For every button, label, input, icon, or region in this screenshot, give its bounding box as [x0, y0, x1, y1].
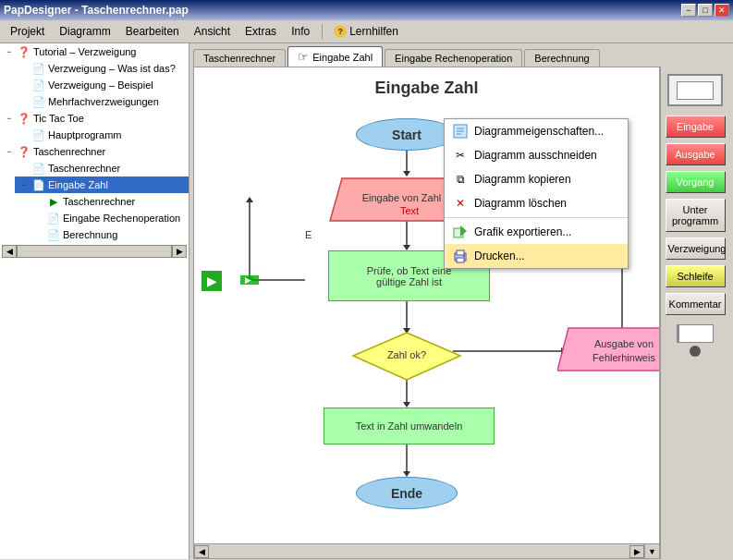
bere-label: Berechnung: [61, 229, 117, 240]
maximize-button[interactable]: □: [698, 4, 713, 17]
svg-marker-16: [246, 197, 253, 202]
sidebar-item-taschenrechner-root[interactable]: − ❓ Taschenrechner: [0, 143, 189, 160]
tab-berechnung[interactable]: Berechnung: [524, 49, 599, 67]
sidebar-scroll-right[interactable]: ▶: [172, 245, 187, 258]
ero-icon: 📄: [46, 211, 61, 225]
flow-umwandeln[interactable]: Text in Zahl umwandeln: [324, 408, 495, 444]
sidebar-item-berechnung[interactable]: 📄 Berechnung: [30, 226, 189, 243]
print-svg: [453, 249, 468, 263]
tab-eingabe-rechenop[interactable]: Eingabe Rechenoperation: [385, 49, 522, 67]
ez-label: Eingabe Zahl: [46, 179, 108, 190]
bsp-icon: 📄: [31, 78, 46, 92]
props-svg: [453, 124, 468, 139]
tutorial-icon: ❓: [17, 44, 31, 59]
minimize-button[interactable]: −: [681, 4, 696, 17]
sidebar-item-taschenrechner[interactable]: 📄 Taschenrechner: [15, 160, 189, 177]
ctx-ausschneiden[interactable]: ✂ Diagramm ausschneiden: [445, 143, 628, 167]
sidebar-item-tictactoe[interactable]: − ❓ Tic Tac Toe: [0, 110, 189, 127]
tr3-icon: ▶: [46, 194, 61, 209]
expand-ttt[interactable]: −: [2, 111, 17, 126]
flow-ende[interactable]: Ende: [356, 477, 458, 509]
sidebar-item-mehrfach[interactable]: 📄 Mehrfachverzweigungen: [15, 93, 189, 110]
menu-diagramm[interactable]: Diagramm: [53, 22, 116, 41]
tr-icon: ❓: [17, 144, 31, 159]
menu-bearbeiten[interactable]: Bearbeiten: [119, 22, 186, 41]
ctx-label-2: Diagramm kopieren: [474, 173, 571, 186]
vorgang-button[interactable]: Vorgang: [666, 171, 726, 193]
sidebar-item-beispiel[interactable]: 📄 Verzweigung – Beispiel: [15, 77, 189, 93]
ausgabe-svg: Ausgabe von Fehlerhinweis: [557, 326, 660, 372]
sidebar-scroll-left[interactable]: ◀: [2, 245, 17, 258]
h-scrollbar-track[interactable]: [209, 546, 629, 557]
sidebar-item-eingabe-zahl[interactable]: − 📄 Eingabe Zahl: [15, 177, 189, 193]
menu-extras[interactable]: Extras: [238, 22, 283, 41]
menu-projekt[interactable]: Projekt: [4, 22, 51, 41]
sidebar-item-taschenrechner3[interactable]: ▶ Taschenrechner: [30, 193, 189, 210]
unterprogramm-button[interactable]: Unter programm: [666, 199, 726, 232]
scroll-corner: ▼: [644, 544, 659, 559]
sidebar-scroll: ◀ ▶: [0, 243, 189, 260]
scroll-left-btn[interactable]: ◀: [194, 545, 209, 558]
ctx-grafik-exportieren[interactable]: Grafik exportieren...: [445, 220, 628, 244]
bottom-scrollbar: ◀ ▶ ▼: [194, 543, 659, 558]
svg-text:Fehlerhinweis: Fehlerhinweis: [593, 352, 655, 363]
bsp-label: Verzweigung – Beispiel: [46, 79, 153, 91]
sidebar-item-tutorial[interactable]: − ❓ Tutorial – Verzweigung: [0, 43, 189, 60]
umwandeln-text: Text in Zahl umwandeln: [356, 420, 463, 432]
sidebar-scrollbar[interactable]: [17, 245, 172, 258]
expand-tr3: [31, 194, 46, 209]
tab-eingabe-zahl[interactable]: ☞ Eingabe Zahl: [287, 46, 383, 67]
mehrfach-icon: 📄: [31, 94, 46, 109]
expand-bsp: [17, 78, 31, 92]
svg-marker-18: [246, 277, 253, 283]
verzweigung-button[interactable]: Verzweigung: [666, 237, 726, 260]
expand-tutorial[interactable]: −: [2, 44, 17, 59]
e-label: E: [305, 229, 312, 240]
title-bar: PapDesigner - Taschenrechner.pap − □ ✕: [0, 0, 733, 20]
ctx-diagramm-eigenschaften[interactable]: Diagrammeigenschaften...: [445, 119, 628, 143]
sidebar-item-eingabe-rechenop[interactable]: 📄 Eingabe Rechenoperation: [30, 210, 189, 226]
mehrfach-label: Mehrfachverzweigungen: [46, 96, 159, 107]
flow-ausgabe[interactable]: Ausgabe von Fehlerhinweis: [557, 326, 660, 372]
expand-ez[interactable]: −: [17, 177, 31, 192]
tab-label-eingabe-zahl: Eingabe Zahl: [312, 52, 373, 63]
svg-rect-37: [457, 258, 464, 262]
flow-diamond[interactable]: Zahl ok?: [351, 331, 462, 382]
menu-ansicht[interactable]: Ansicht: [188, 22, 237, 41]
eingabe-button[interactable]: Eingabe: [666, 116, 726, 138]
ctx-kopieren[interactable]: ⧉ Diagramm kopieren: [445, 167, 628, 191]
expand-haupt: [17, 128, 31, 142]
expand-tr[interactable]: −: [2, 144, 17, 159]
menu-bar: Projekt Diagramm Bearbeiten Ansicht Extr…: [0, 20, 733, 43]
schleife-button[interactable]: Schleife: [666, 265, 726, 287]
sidebar-item-was-ist-das[interactable]: 📄 Verzweigung – Was ist das?: [15, 60, 189, 77]
props-icon: [452, 123, 469, 140]
was-icon: 📄: [31, 61, 46, 76]
ausgabe-button[interactable]: Ausgabe: [666, 143, 726, 165]
tab-taschenrechner[interactable]: Taschenrechner: [193, 49, 286, 67]
close-button[interactable]: ✕: [715, 4, 729, 17]
help-icon: ?: [334, 25, 347, 38]
menu-info[interactable]: Info: [285, 22, 316, 41]
scroll-right-btn[interactable]: ▶: [629, 545, 644, 558]
ctx-label-0: Diagrammeigenschaften...: [474, 125, 604, 138]
expand-mehrfach: [17, 94, 31, 109]
copy-icon: ⧉: [452, 171, 469, 188]
kommentar-button[interactable]: Kommentar: [666, 293, 726, 315]
context-menu: Diagrammeigenschaften... ✂ Diagramm auss…: [444, 118, 629, 269]
ctx-loeschen[interactable]: ✕ Diagramm löschen: [445, 191, 628, 215]
ctx-label-3: Diagramm löschen: [474, 197, 567, 210]
start-label: Start: [392, 128, 421, 142]
flow-start[interactable]: Start: [356, 118, 458, 151]
ctx-drucken[interactable]: Drucken...: [445, 244, 628, 268]
svg-point-38: [463, 255, 465, 257]
shape-preview-box: [667, 74, 723, 106]
ctx-label-5: Grafik exportieren...: [474, 225, 571, 238]
expand-was: [17, 61, 31, 76]
sidebar-item-hauptprogramm[interactable]: 📄 Hauptprogramm: [15, 127, 189, 143]
ttt-icon: ❓: [17, 111, 31, 126]
menu-help[interactable]: ? Lernhilfen: [328, 23, 404, 40]
tr2-icon: 📄: [31, 161, 46, 176]
loop-arrow-icon: ▶: [207, 274, 217, 288]
diagram-and-toolbar: Eingabe Zahl: [193, 67, 729, 559]
